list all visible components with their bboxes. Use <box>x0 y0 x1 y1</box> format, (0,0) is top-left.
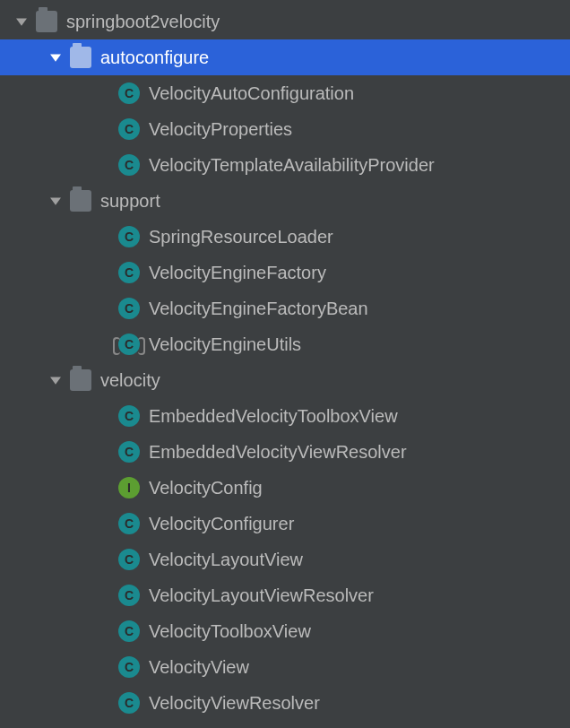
tree-file-row[interactable]: CVelocityEngineUtils <box>0 326 570 362</box>
tree-file-row[interactable]: CVelocityTemplateAvailabilityProvider <box>0 147 570 183</box>
tree-item-label: VelocityViewResolver <box>149 694 320 712</box>
tree-package-row[interactable]: springboot2velocity <box>0 4 570 39</box>
tree-file-row[interactable]: CVelocityAutoConfiguration <box>0 75 570 111</box>
class-icon: C <box>118 334 140 355</box>
tree-file-row[interactable]: CVelocityEngineFactoryBean <box>0 290 570 326</box>
tree-file-row[interactable]: CVelocityEngineFactory <box>0 255 570 290</box>
package-icon <box>70 190 91 212</box>
tree-item-label: VelocityLayoutView <box>149 550 303 568</box>
tree-file-row[interactable]: CVelocityLayoutView <box>0 542 570 577</box>
class-icon: C <box>118 118 140 140</box>
tree-file-row[interactable]: CEmbeddedVelocityViewResolver <box>0 434 570 470</box>
class-icon: C <box>118 82 140 104</box>
tree-item-label: VelocityEngineUtils <box>149 335 301 353</box>
class-icon: C <box>118 549 140 570</box>
tree-file-row[interactable]: CVelocityView <box>0 649 570 685</box>
package-icon <box>70 47 91 68</box>
chevron-down-icon[interactable] <box>48 50 63 65</box>
project-tree[interactable]: springboot2velocityautoconfigureCVelocit… <box>0 0 570 721</box>
tree-file-row[interactable]: CVelocityViewResolver <box>0 685 570 721</box>
package-icon <box>36 11 57 32</box>
chevron-down-icon[interactable] <box>48 194 63 208</box>
class-icon: C <box>118 298 140 319</box>
tree-item-label: springboot2velocity <box>66 13 220 30</box>
tree-item-label: velocity <box>100 371 160 389</box>
tree-item-label: VelocityLayoutViewResolver <box>149 586 374 604</box>
tree-item-label: SpringResourceLoader <box>149 228 333 246</box>
class-icon: C <box>118 441 140 463</box>
tree-file-row[interactable]: CVelocityProperties <box>0 111 570 147</box>
class-icon: C <box>118 226 140 247</box>
tree-item-label: autoconfigure <box>100 48 209 66</box>
tree-item-label: VelocityProperties <box>149 120 292 138</box>
package-icon <box>70 369 91 391</box>
tree-file-row[interactable]: IVelocityConfig <box>0 470 570 506</box>
class-icon: C <box>118 620 140 642</box>
class-icon: C <box>118 585 140 606</box>
chevron-down-icon[interactable] <box>14 14 29 29</box>
class-icon: C <box>118 656 140 678</box>
class-icon: C <box>118 154 140 176</box>
tree-file-row[interactable]: CVelocityToolboxView <box>0 613 570 649</box>
tree-item-label: VelocityAutoConfiguration <box>149 84 354 102</box>
tree-item-label: support <box>100 192 160 210</box>
tree-item-label: VelocityConfigurer <box>149 515 294 533</box>
class-icon: C <box>118 513 140 534</box>
tree-file-row[interactable]: CVelocityLayoutViewResolver <box>0 577 570 613</box>
tree-item-label: VelocityTemplateAvailabilityProvider <box>149 156 435 174</box>
tree-item-label: VelocityConfig <box>149 479 263 497</box>
tree-item-label: EmbeddedVelocityViewResolver <box>149 443 407 461</box>
tree-package-row[interactable]: support <box>0 183 570 219</box>
interface-icon: I <box>118 477 140 498</box>
tree-item-label: EmbeddedVelocityToolboxView <box>149 407 398 425</box>
tree-file-row[interactable]: CEmbeddedVelocityToolboxView <box>0 398 570 434</box>
tree-item-label: VelocityEngineFactoryBean <box>149 299 368 317</box>
tree-file-row[interactable]: CVelocityConfigurer <box>0 506 570 542</box>
class-icon: C <box>118 692 140 714</box>
tree-item-label: VelocityToolboxView <box>149 622 311 640</box>
class-icon: C <box>118 405 140 427</box>
tree-package-row[interactable]: velocity <box>0 362 570 398</box>
tree-file-row[interactable]: CSpringResourceLoader <box>0 219 570 255</box>
chevron-down-icon[interactable] <box>48 373 63 387</box>
tree-item-label: VelocityView <box>149 658 249 676</box>
tree-package-row[interactable]: autoconfigure <box>0 39 570 75</box>
class-icon: C <box>118 262 140 283</box>
tree-item-label: VelocityEngineFactory <box>149 264 326 282</box>
